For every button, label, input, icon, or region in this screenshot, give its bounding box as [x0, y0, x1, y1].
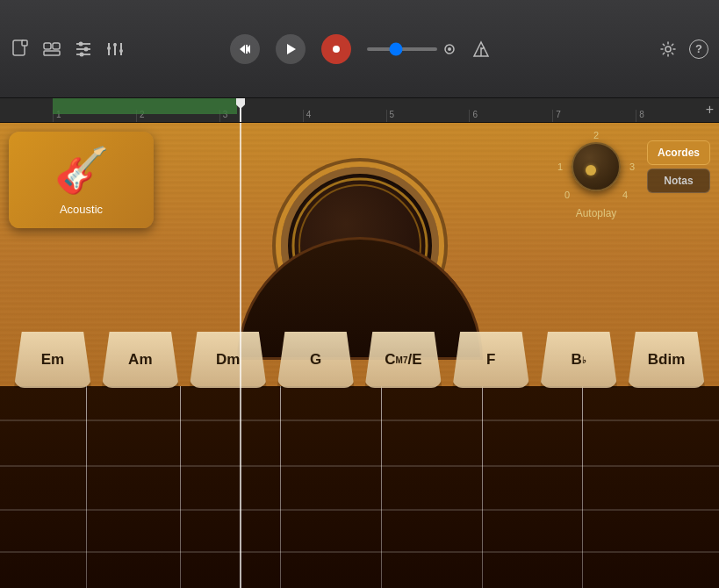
settings-icon[interactable]: [659, 40, 677, 58]
notas-button[interactable]: Notas: [647, 169, 710, 193]
svg-rect-2: [44, 43, 51, 49]
svg-point-19: [119, 49, 123, 53]
knob-label-0: 0: [564, 190, 570, 200]
svg-rect-1: [22, 40, 27, 46]
ruler-mark-5: 5: [386, 110, 470, 122]
string-3: [280, 386, 281, 588]
toolbar: ?: [0, 0, 719, 98]
record-button[interactable]: [321, 34, 351, 64]
eq-icon[interactable]: [105, 39, 125, 59]
autoplay-label: Autoplay: [576, 207, 617, 219]
svg-point-30: [665, 47, 671, 52]
svg-point-16: [113, 43, 117, 47]
autoplay-knob-container[interactable]: 2 3 0 4 1: [561, 132, 631, 202]
mode-buttons: Acordes Notas: [647, 140, 710, 193]
fret-2: [0, 465, 719, 467]
help-icon[interactable]: ?: [689, 39, 708, 59]
svg-point-10: [80, 52, 84, 56]
svg-point-8: [79, 41, 83, 46]
autoplay-panel: 2 3 0 4 1 Autoplay: [561, 132, 631, 219]
play-button[interactable]: [276, 34, 306, 64]
string-5: [482, 386, 483, 588]
chord-button-am[interactable]: Am: [102, 332, 179, 388]
string-2: [180, 386, 181, 588]
volume-icon: [442, 42, 457, 56]
track-tile-label: Acoustic: [60, 203, 103, 216]
chord-button-dm[interactable]: Dm: [190, 332, 267, 388]
volume-slider-container: [367, 42, 457, 56]
guitar-main-area: 🎸 Acoustic 2 3 0 4 1 Autoplay Acordes: [0, 123, 719, 588]
track-region[interactable]: [53, 98, 237, 114]
string-6: [582, 386, 583, 588]
fretboard[interactable]: [0, 386, 719, 588]
svg-point-24: [333, 46, 340, 53]
playhead-line-ruler: [240, 98, 241, 122]
string-4: [381, 386, 382, 588]
acordes-button[interactable]: Acordes: [647, 140, 710, 165]
chords-row: Em Am Dm G CM7/E F B♭ Bdim: [0, 332, 719, 388]
svg-point-13: [107, 47, 111, 50]
chord-button-f[interactable]: F: [452, 332, 529, 388]
toolbar-right: ?: [659, 39, 708, 59]
chord-button-bb[interactable]: B♭: [540, 332, 617, 388]
svg-point-9: [84, 47, 89, 51]
knob-label-2: 2: [593, 130, 599, 140]
chord-button-bdim[interactable]: Bdim: [628, 332, 705, 388]
ruler-mark-7: 7: [552, 110, 636, 122]
chord-button-g[interactable]: G: [277, 332, 355, 388]
knob-label-4: 4: [622, 190, 628, 200]
rewind-button[interactable]: [230, 34, 260, 64]
add-track-button[interactable]: +: [706, 102, 714, 118]
metronome-icon[interactable]: [472, 40, 490, 58]
track-tile-acoustic[interactable]: 🎸 Acoustic: [9, 132, 154, 228]
string-1: [86, 386, 87, 588]
knob-indicator: [586, 165, 596, 176]
mixer-icon[interactable]: [74, 39, 93, 59]
timeline-ruler: 1 2 3 4 5 6 7 8 +: [0, 98, 719, 123]
new-doc-icon[interactable]: [11, 39, 30, 59]
tracks-icon[interactable]: [42, 39, 61, 59]
acoustic-guitar-icon: 🎸: [54, 145, 109, 196]
chord-button-cm7e[interactable]: CM7/E: [364, 332, 442, 388]
svg-marker-23: [287, 44, 296, 54]
svg-rect-4: [44, 51, 60, 55]
svg-marker-20: [240, 45, 245, 54]
toolbar-center: [230, 34, 490, 64]
fret-3: [0, 509, 719, 511]
chord-button-em[interactable]: Em: [14, 332, 91, 388]
fret-1: [0, 419, 719, 421]
svg-point-26: [448, 47, 451, 51]
fret-4: [0, 551, 719, 553]
knob-label-3: 3: [629, 161, 635, 172]
autoplay-knob[interactable]: [572, 142, 621, 191]
knob-label-1: 1: [557, 161, 563, 172]
svg-rect-3: [53, 43, 60, 49]
ruler-mark-4: 4: [303, 110, 386, 122]
ruler-mark-6: 6: [469, 110, 552, 122]
guitar-body: [246, 149, 474, 325]
volume-slider[interactable]: [367, 47, 437, 51]
